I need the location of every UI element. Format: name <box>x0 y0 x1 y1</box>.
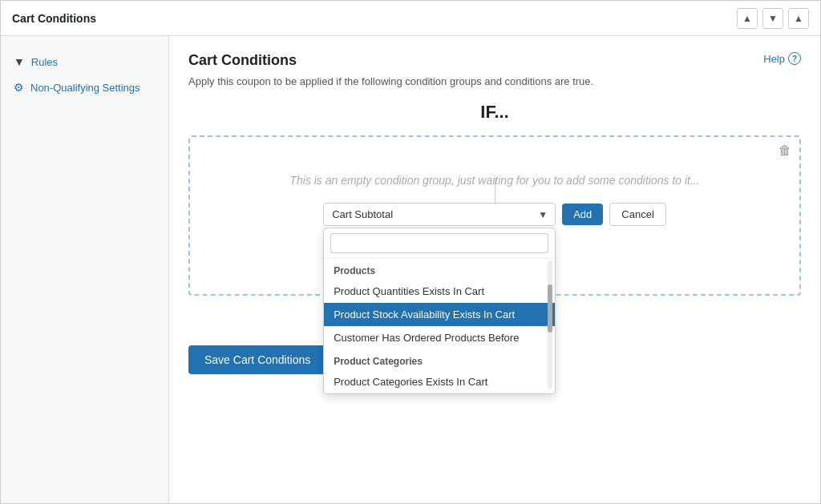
save-cart-conditions-button[interactable]: Save Cart Conditions <box>188 345 326 374</box>
dropdown-search-input[interactable] <box>330 233 548 253</box>
dropdown-group-products: Products Product Quantities Exists In Ca… <box>324 259 555 349</box>
filter-icon: ▼ <box>14 55 25 68</box>
description-text: Apply this coupon to be applied if the f… <box>188 75 801 87</box>
main-layout: ▼ Rules ⚙ Non-Qualifying Settings Cart C… <box>1 36 820 503</box>
dropdown-group-product-categories: Product Categories Product Categories Ex… <box>324 349 555 393</box>
dropdown-item-pq[interactable]: Product Quantities Exists In Cart <box>324 280 555 303</box>
delete-group-button[interactable]: 🗑 <box>779 143 791 158</box>
help-link[interactable]: Help ? <box>763 52 801 65</box>
selected-value: Cart Subtotal <box>332 208 393 220</box>
condition-type-select[interactable]: Cart Subtotal <box>323 203 556 226</box>
cancel-condition-button[interactable]: Cancel <box>609 203 665 226</box>
add-condition-button[interactable]: Add <box>562 204 603 225</box>
condition-type-dropdown-wrapper: Cart Subtotal ▼ Products Product Quantit… <box>323 203 556 226</box>
product-categories-group-label: Product Categories <box>324 349 555 370</box>
main-window: Cart Conditions ▲ ▼ ▲ ▼ Rules ⚙ Non-Qual… <box>0 0 821 504</box>
scrollbar-track <box>548 260 552 389</box>
help-label: Help <box>763 53 785 65</box>
dropdown-item-chop[interactable]: Customer Has Ordered Products Before <box>324 326 555 349</box>
expand-button[interactable]: ▲ <box>788 8 809 29</box>
gear-icon: ⚙ <box>14 81 24 94</box>
add-condition-row: Cart Subtotal ▼ Products Product Quantit… <box>203 203 787 226</box>
scrollbar-thumb[interactable] <box>548 284 552 333</box>
search-box <box>324 228 555 259</box>
sidebar: ▼ Rules ⚙ Non-Qualifying Settings <box>1 36 169 503</box>
collapse-up-button[interactable]: ▲ <box>737 8 758 29</box>
content-area: Cart Conditions Help ? Apply this coupon… <box>169 36 820 503</box>
condition-group: 🗑 This is an empty condition group, just… <box>188 135 801 296</box>
title-bar: Cart Conditions ▲ ▼ ▲ <box>1 1 820 36</box>
dropdown-popup: Products Product Quantities Exists In Ca… <box>323 228 556 394</box>
page-title: Cart Conditions <box>188 52 297 69</box>
connector-line <box>495 179 495 203</box>
sidebar-item-rules[interactable]: ▼ Rules <box>1 49 168 75</box>
sidebar-item-rules-label: Rules <box>31 56 58 68</box>
sidebar-item-nq-label: Non-Qualifying Settings <box>30 82 140 94</box>
help-icon: ? <box>788 52 801 65</box>
title-bar-controls: ▲ ▼ ▲ <box>737 8 809 29</box>
if-label: IF... <box>188 102 801 123</box>
products-group-label: Products <box>324 259 555 280</box>
window-title: Cart Conditions <box>12 12 96 25</box>
dropdown-item-pce[interactable]: Product Categories Exists In Cart <box>324 370 555 393</box>
collapse-down-button[interactable]: ▼ <box>762 8 783 29</box>
content-header: Cart Conditions Help ? <box>188 52 801 69</box>
sidebar-item-non-qualifying[interactable]: ⚙ Non-Qualifying Settings <box>1 75 168 100</box>
dropdown-item-psa[interactable]: Product Stock Availability Exists In Car… <box>324 303 555 326</box>
